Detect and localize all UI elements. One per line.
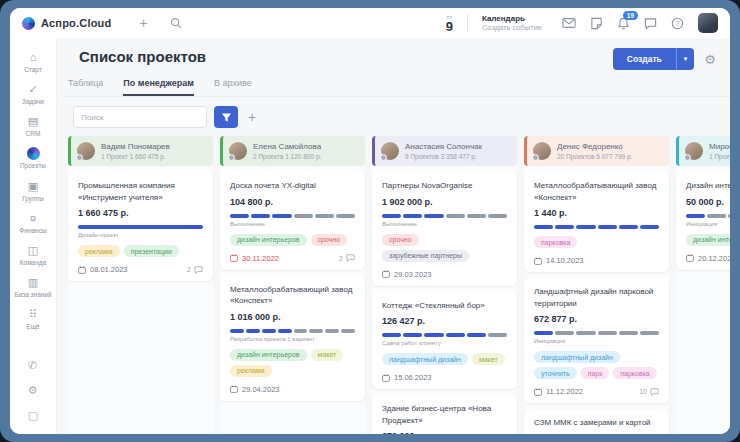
user-avatar[interactable] [698,13,718,33]
more-icon: ⠿ [29,308,37,321]
sidebar-item-team[interactable]: ◫Команда [10,239,56,271]
notifications-bell-icon[interactable]: 19 [617,17,630,30]
topbar: Аспро.Cloud + пт 9 Календарь Создать соб… [10,8,730,38]
progress-segment [403,214,422,218]
create-button[interactable]: Создать [613,48,676,70]
project-card[interactable]: СЗМ ММК с замерами и картой2 407 000 р. [524,409,669,434]
progress-bar [230,329,355,333]
tag[interactable]: дизайн интерьеров [230,349,307,361]
board-column: Денис Федоренко20 Проектов 6 077 799 р.М… [524,136,669,434]
apps-icon[interactable]: ▢ [28,409,38,422]
tag[interactable]: макет [311,349,344,361]
tag[interactable]: дизайн интерьеров [230,234,307,246]
card-comment-count[interactable]: 10 [639,388,659,396]
tab-в-архиве[interactable]: В архиве [214,78,252,96]
tag[interactable]: срочно [311,234,348,246]
column-header[interactable]: Мирослава1 Проект [676,136,730,166]
card-tags: дизайн интерьеров [686,234,730,246]
progress-segment [424,214,443,218]
progress-segment [78,225,203,229]
help-icon[interactable]: ? [671,17,684,30]
card-footer: 29.03.2023 [382,270,507,279]
project-card[interactable]: Металлообрабатывающий завод «Конспект»1 … [524,172,669,272]
card-due-date: 29.03.2023 [382,270,432,279]
column-header[interactable]: Анастасия Солончак9 Проектов 3 358 477 р… [372,136,517,166]
finance-icon: ¤ [30,212,36,225]
sidebar-item-knowledge[interactable]: ▥База знаний [10,271,56,303]
manager-stats: 9 Проектов 3 358 477 р. [405,153,482,160]
sidebar-item-label: Финансы [19,227,46,234]
sidebar-item-groups[interactable]: ▣Группы [10,175,56,207]
sidebar-item-tasks[interactable]: ✓Задачи [10,78,56,110]
card-tags: дизайн интерьеровмакетреклама [230,349,355,377]
sidebar-item-start[interactable]: ⌂Старт [10,46,56,78]
search-input[interactable] [73,106,207,128]
project-card[interactable]: Металлообрабатывающий завод «Конспект»1 … [220,276,365,401]
card-amount: 1 660 475 р. [78,208,203,218]
chat-icon[interactable] [644,17,657,30]
sidebar-item-projects[interactable]: Проекты [10,142,56,174]
project-card[interactable]: Коттедж «Стеклянный бор»126 427 р.Сдача … [372,292,517,390]
tag[interactable]: реклама [78,245,120,257]
card-stage: Выполнение [230,221,355,227]
mail-icon[interactable] [562,17,576,29]
card-stage: Инициация [534,338,659,344]
project-card[interactable]: Ландшафтный дизайн парковой территории67… [524,278,669,403]
add-column-icon[interactable]: + [248,109,256,125]
project-card[interactable]: Здание бизнес-центра «Нова Проджект»670 … [372,395,517,434]
manager-stats: 1 Проект 1 660 475 р. [101,153,170,160]
date-widget[interactable]: пт 9 [446,14,453,33]
quick-add-icon[interactable]: + [139,16,147,30]
manager-name: Анастасия Солончак [405,142,482,152]
support-icon[interactable]: ✆ [28,359,38,372]
manager-avatar [77,142,95,160]
manager-avatar [685,142,703,160]
tag[interactable]: парковка [534,236,577,248]
column-header[interactable]: Денис Федоренко20 Проектов 6 077 799 р. [524,136,669,166]
sidebar-item-more[interactable]: ⠿Ещё [10,303,56,335]
card-footer: 20.12.2022 [686,254,730,263]
project-card[interactable]: Партнеры NovaOrganise1 902 000 р.Выполне… [372,172,517,286]
notes-icon[interactable] [590,17,603,30]
column-header[interactable]: Вадим Пономарев1 Проект 1 660 475 р. [68,136,213,166]
project-card[interactable]: Доска почета YX-digital104 800 р.Выполне… [220,172,365,270]
app-window: Аспро.Cloud + пт 9 Календарь Создать соб… [10,8,730,434]
tag[interactable]: парк [581,367,610,379]
tag[interactable]: дизайн интерьеров [686,234,730,246]
tag[interactable]: зарубежные партнеры [382,250,469,262]
sidebar-item-finance[interactable]: ¤Финансы [10,207,56,239]
project-card[interactable]: Промышленная компания «Инструмент учител… [68,172,213,281]
tag[interactable]: макет [472,353,505,365]
tag[interactable]: презентации [124,245,179,257]
progress-bar [686,214,730,218]
tag[interactable]: ландшафтный дизайн [382,353,468,365]
settings-gear-icon[interactable]: ⚙ [704,53,716,66]
card-stage: Дизайн-проект [78,232,203,238]
card-tags: ландшафтный дизайнуточнитьпаркпарковка [534,351,659,379]
project-card[interactable]: Дизайн интерьера гостиницы50 000 р.Иници… [676,172,730,270]
tag[interactable]: реклама [230,365,272,377]
create-dropdown-chevron[interactable]: ▾ [676,48,695,70]
tab-по-менеджерам[interactable]: По менеджерам [123,78,194,96]
search-icon[interactable] [170,17,182,29]
progress-segment [534,225,553,229]
card-comment-count[interactable]: 2 [339,254,355,262]
tag[interactable]: ландшафтный дизайн [534,351,620,363]
logo-icon [22,17,35,30]
calendar-widget[interactable]: Календарь Создать событие [482,14,542,33]
settings-icon[interactable]: ⚙ [28,384,38,397]
column-header[interactable]: Елена Самойлова2 Проекта 1 120 800 р. [220,136,365,166]
filter-button[interactable] [214,106,238,128]
tag[interactable]: срочно [382,234,419,246]
tab-таблица[interactable]: Таблица [68,78,103,96]
tag[interactable]: уточнить [534,367,577,379]
progress-segment [534,331,553,335]
progress-segment [619,331,638,335]
tag[interactable]: парковка [613,367,656,379]
card-amount: 1 016 000 р. [230,312,355,322]
card-due-date: 30.11.2022 [230,254,279,263]
groups-icon: ▣ [28,180,38,193]
card-comment-count[interactable]: 2 [187,266,203,274]
manager-stats: 1 Проект [709,153,730,160]
sidebar-item-crm[interactable]: ▤CRM [10,110,56,142]
